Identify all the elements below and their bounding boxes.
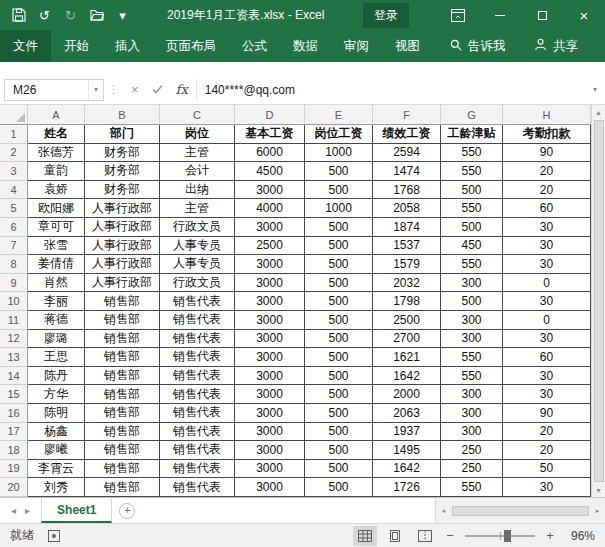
cell-D17[interactable]: 3000: [235, 423, 305, 442]
cell-F14[interactable]: 1642: [373, 367, 441, 386]
grid[interactable]: ABCDEFGH1姓名部门岗位基本工资岗位工资绩效工资工龄津贴考勤扣款2张德芳财…: [0, 105, 591, 497]
row-header-9[interactable]: 9: [0, 274, 28, 293]
cell-A4[interactable]: 袁娇: [28, 181, 85, 200]
cell-F2[interactable]: 2594: [373, 144, 441, 163]
column-header-B[interactable]: B: [85, 105, 160, 125]
cancel-icon[interactable]: ×: [131, 82, 139, 97]
cell-E9[interactable]: 500: [305, 274, 373, 293]
cell-B11[interactable]: 销售部: [85, 311, 160, 330]
cell-C1[interactable]: 岗位: [160, 125, 235, 144]
cell-H5[interactable]: 60: [503, 199, 591, 218]
cell-A20[interactable]: 刘秀: [28, 478, 85, 497]
row-header-10[interactable]: 10: [0, 292, 28, 311]
scroll-up-icon[interactable]: ▲: [592, 105, 605, 119]
cell-F20[interactable]: 1726: [373, 478, 441, 497]
column-header-E[interactable]: E: [305, 105, 373, 125]
cell-H3[interactable]: 20: [503, 162, 591, 181]
cell-C20[interactable]: 销售代表: [160, 478, 235, 497]
insert-function-icon[interactable]: fx: [176, 82, 188, 97]
cell-C18[interactable]: 销售代表: [160, 441, 235, 460]
cell-G20[interactable]: 550: [441, 478, 503, 497]
cell-F8[interactable]: 1579: [373, 255, 441, 274]
cell-C11[interactable]: 销售代表: [160, 311, 235, 330]
row-header-12[interactable]: 12: [0, 330, 28, 349]
cell-F7[interactable]: 1537: [373, 237, 441, 256]
row-header-13[interactable]: 13: [0, 348, 28, 367]
cell-D6[interactable]: 3000: [235, 218, 305, 237]
cell-A13[interactable]: 王思: [28, 348, 85, 367]
cell-E8[interactable]: 500: [305, 255, 373, 274]
cell-B10[interactable]: 销售部: [85, 292, 160, 311]
cell-A10[interactable]: 李丽: [28, 292, 85, 311]
normal-view-icon[interactable]: [353, 526, 377, 546]
cell-D2[interactable]: 6000: [235, 144, 305, 163]
cell-E18[interactable]: 500: [305, 441, 373, 460]
cell-C6[interactable]: 行政文员: [160, 218, 235, 237]
cell-E7[interactable]: 500: [305, 237, 373, 256]
cell-E19[interactable]: 500: [305, 460, 373, 479]
cell-B1[interactable]: 部门: [85, 125, 160, 144]
tab-data[interactable]: 数据: [280, 30, 331, 62]
cell-C4[interactable]: 出纳: [160, 181, 235, 200]
name-box[interactable]: M26 ▾: [4, 79, 104, 101]
cell-G18[interactable]: 250: [441, 441, 503, 460]
row-header-6[interactable]: 6: [0, 218, 28, 237]
cell-B12[interactable]: 销售部: [85, 330, 160, 349]
share-button[interactable]: 共享: [521, 30, 591, 62]
cell-H13[interactable]: 60: [503, 348, 591, 367]
row-header-20[interactable]: 20: [0, 478, 28, 497]
cell-C19[interactable]: 销售代表: [160, 460, 235, 479]
column-header-H[interactable]: H: [503, 105, 591, 125]
horizontal-scrollbar[interactable]: ◂ ▸: [435, 498, 605, 523]
cell-H19[interactable]: 50: [503, 460, 591, 479]
cell-B5[interactable]: 人事行政部: [85, 199, 160, 218]
scroll-right-icon[interactable]: ▸: [590, 507, 605, 515]
cell-F17[interactable]: 1937: [373, 423, 441, 442]
cell-C15[interactable]: 销售代表: [160, 385, 235, 404]
cell-C7[interactable]: 人事专员: [160, 237, 235, 256]
row-header-8[interactable]: 8: [0, 255, 28, 274]
cell-A19[interactable]: 李霄云: [28, 460, 85, 479]
cell-E2[interactable]: 1000: [305, 144, 373, 163]
cell-D14[interactable]: 3000: [235, 367, 305, 386]
cell-F19[interactable]: 1642: [373, 460, 441, 479]
cell-C12[interactable]: 销售代表: [160, 330, 235, 349]
cell-G6[interactable]: 500: [441, 218, 503, 237]
cell-C3[interactable]: 会计: [160, 162, 235, 181]
tab-page-layout[interactable]: 页面布局: [153, 30, 229, 62]
cell-D15[interactable]: 3000: [235, 385, 305, 404]
login-button[interactable]: 登录: [363, 3, 409, 28]
cell-G2[interactable]: 550: [441, 144, 503, 163]
cell-F18[interactable]: 1495: [373, 441, 441, 460]
scroll-down-icon[interactable]: ▼: [592, 483, 605, 497]
tab-home[interactable]: 开始: [51, 30, 102, 62]
cell-B2[interactable]: 财务部: [85, 144, 160, 163]
cell-H11[interactable]: 0: [503, 311, 591, 330]
save-icon[interactable]: [10, 7, 27, 24]
cell-B4[interactable]: 财务部: [85, 181, 160, 200]
cell-G16[interactable]: 300: [441, 404, 503, 423]
cell-E12[interactable]: 500: [305, 330, 373, 349]
tab-insert[interactable]: 插入: [102, 30, 153, 62]
cell-G7[interactable]: 450: [441, 237, 503, 256]
cell-C14[interactable]: 销售代表: [160, 367, 235, 386]
cell-B7[interactable]: 人事行政部: [85, 237, 160, 256]
row-header-3[interactable]: 3: [0, 162, 28, 181]
cell-H14[interactable]: 30: [503, 367, 591, 386]
cell-H15[interactable]: 30: [503, 385, 591, 404]
cell-E3[interactable]: 500: [305, 162, 373, 181]
zoom-level[interactable]: 96%: [563, 529, 595, 543]
row-header-2[interactable]: 2: [0, 144, 28, 163]
cell-D7[interactable]: 2500: [235, 237, 305, 256]
row-header-18[interactable]: 18: [0, 441, 28, 460]
cell-F10[interactable]: 1798: [373, 292, 441, 311]
select-all-corner[interactable]: [0, 105, 28, 125]
scroll-left-icon[interactable]: ◂: [436, 507, 451, 515]
cell-H7[interactable]: 30: [503, 237, 591, 256]
cell-F13[interactable]: 1621: [373, 348, 441, 367]
sheet-next-icon[interactable]: ▸: [25, 505, 30, 516]
cell-G15[interactable]: 300: [441, 385, 503, 404]
zoom-in-icon[interactable]: +: [543, 528, 557, 543]
cell-A5[interactable]: 欧阳娜: [28, 199, 85, 218]
cell-A18[interactable]: 廖曦: [28, 441, 85, 460]
